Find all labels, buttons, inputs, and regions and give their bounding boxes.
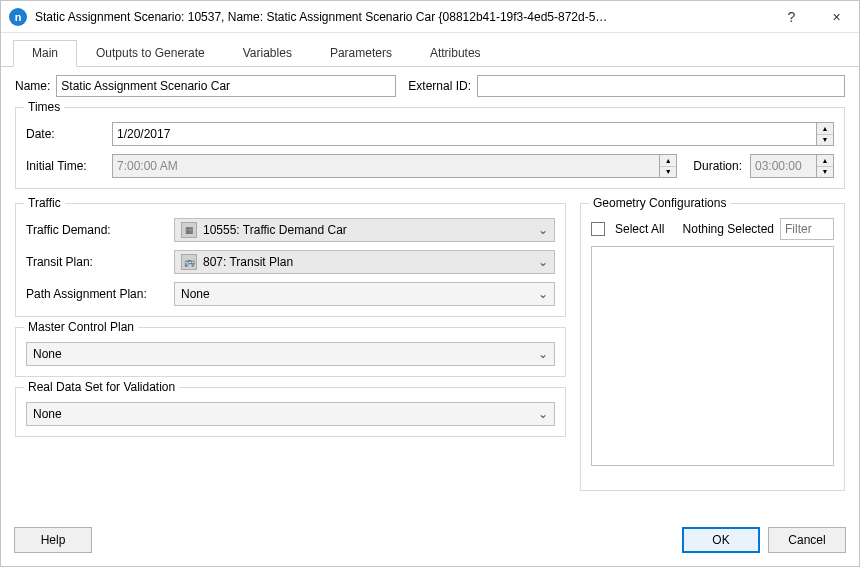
external-id-input[interactable] xyxy=(477,75,845,97)
times-group-title: Times xyxy=(24,100,64,114)
footer: Help OK Cancel xyxy=(0,517,860,567)
close-button[interactable]: × xyxy=(814,1,859,32)
help-button[interactable]: Help xyxy=(14,527,92,553)
geometry-group-title: Geometry Configurations xyxy=(589,196,730,210)
geometry-list[interactable] xyxy=(591,246,834,466)
initial-time-input[interactable] xyxy=(112,154,659,178)
titlebar: n Static Assignment Scenario: 10537, Nam… xyxy=(1,1,859,33)
name-label: Name: xyxy=(15,79,50,93)
master-control-group: Master Control Plan None ⌄ xyxy=(15,327,566,377)
traffic-group-title: Traffic xyxy=(24,196,65,210)
tab-bar: Main Outputs to Generate Variables Param… xyxy=(1,33,859,67)
external-id-label: External ID: xyxy=(408,79,471,93)
transit-plan-value: 807: Transit Plan xyxy=(203,255,532,269)
help-titlebar-button[interactable]: ? xyxy=(769,1,814,32)
transit-plan-select[interactable]: 🚌 807: Transit Plan ⌄ xyxy=(174,250,555,274)
path-assignment-select[interactable]: None ⌄ xyxy=(174,282,555,306)
bus-icon: 🚌 xyxy=(181,254,197,270)
times-group: Times Date: ▲▼ Initial Time: ▲▼ Duration… xyxy=(15,107,845,189)
app-icon: n xyxy=(9,8,27,26)
date-label: Date: xyxy=(26,127,104,141)
tab-outputs[interactable]: Outputs to Generate xyxy=(77,40,224,67)
ok-button[interactable]: OK xyxy=(682,527,760,553)
duration-stepper[interactable]: ▲▼ xyxy=(816,154,834,178)
master-control-select[interactable]: None ⌄ xyxy=(26,342,555,366)
master-control-group-title: Master Control Plan xyxy=(24,320,138,334)
chevron-down-icon: ⌄ xyxy=(538,255,548,269)
cancel-button[interactable]: Cancel xyxy=(768,527,846,553)
transit-plan-label: Transit Plan: xyxy=(26,255,166,269)
real-data-group: Real Data Set for Validation None ⌄ xyxy=(15,387,566,437)
path-assignment-value: None xyxy=(181,287,532,301)
real-data-select[interactable]: None ⌄ xyxy=(26,402,555,426)
tab-variables[interactable]: Variables xyxy=(224,40,311,67)
path-assignment-label: Path Assignment Plan: xyxy=(26,287,166,301)
traffic-demand-label: Traffic Demand: xyxy=(26,223,166,237)
window-title: Static Assignment Scenario: 10537, Name:… xyxy=(35,10,769,24)
geometry-group: Geometry Configurations Select All Nothi… xyxy=(580,203,845,491)
grid-icon: ▦ xyxy=(181,222,197,238)
geometry-filter-input[interactable] xyxy=(780,218,834,240)
initial-time-stepper[interactable]: ▲▼ xyxy=(659,154,677,178)
date-stepper[interactable]: ▲▼ xyxy=(816,122,834,146)
real-data-value: None xyxy=(33,407,532,421)
date-input[interactable] xyxy=(112,122,816,146)
select-all-checkbox[interactable] xyxy=(591,222,605,236)
duration-input[interactable] xyxy=(750,154,816,178)
initial-time-label: Initial Time: xyxy=(26,159,104,173)
select-all-label: Select All xyxy=(615,222,664,236)
geometry-status: Nothing Selected xyxy=(670,222,774,236)
chevron-down-icon: ⌄ xyxy=(538,287,548,301)
traffic-demand-value: 10555: Traffic Demand Car xyxy=(203,223,532,237)
name-input[interactable] xyxy=(56,75,396,97)
master-control-value: None xyxy=(33,347,532,361)
tab-parameters[interactable]: Parameters xyxy=(311,40,411,67)
tab-attributes[interactable]: Attributes xyxy=(411,40,500,67)
chevron-down-icon: ⌄ xyxy=(538,223,548,237)
traffic-demand-select[interactable]: ▦ 10555: Traffic Demand Car ⌄ xyxy=(174,218,555,242)
traffic-group: Traffic Traffic Demand: ▦ 10555: Traffic… xyxy=(15,203,566,317)
tab-main[interactable]: Main xyxy=(13,40,77,67)
duration-label: Duration: xyxy=(693,159,742,173)
chevron-down-icon: ⌄ xyxy=(538,347,548,361)
real-data-group-title: Real Data Set for Validation xyxy=(24,380,179,394)
chevron-down-icon: ⌄ xyxy=(538,407,548,421)
